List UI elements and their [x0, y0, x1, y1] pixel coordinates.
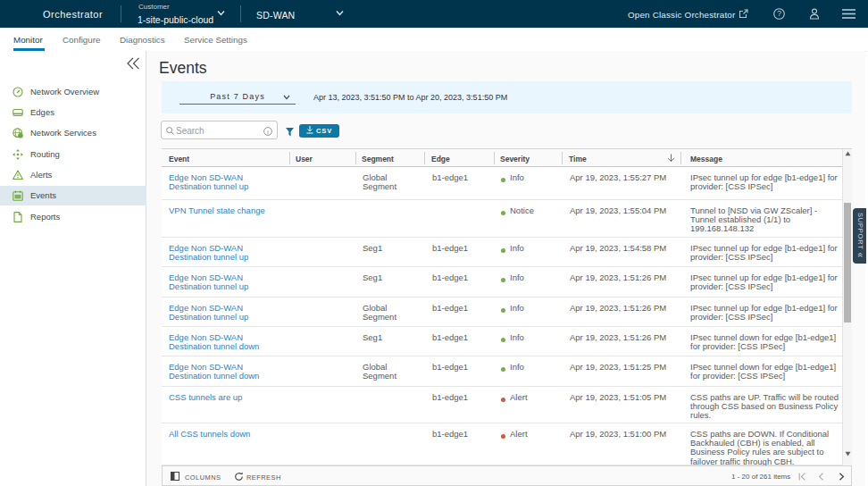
svg-text:i: i: [267, 128, 269, 135]
svg-text:?: ?: [777, 9, 781, 18]
